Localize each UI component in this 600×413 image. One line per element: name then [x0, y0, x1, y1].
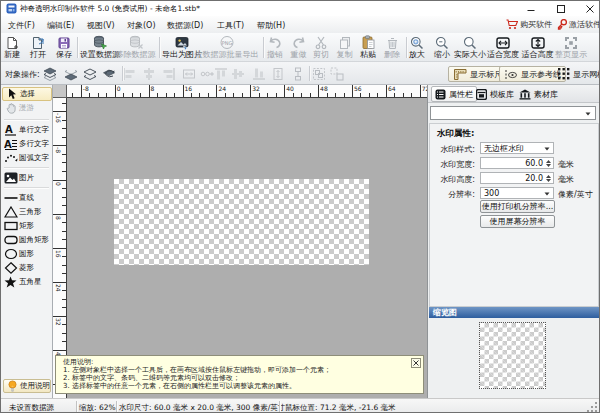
objop-layer-rotate-button[interactable] — [102, 67, 116, 81]
spinner-arrows[interactable] — [545, 173, 552, 183]
toolbar-button-undo[interactable]: 撤销 — [267, 35, 283, 60]
property-field[interactable]: 300 — [480, 187, 554, 199]
toolbar-button-open-doc[interactable]: 打开 — [30, 35, 46, 60]
tool-hand[interactable]: 漫游 — [2, 101, 52, 115]
objop-v-spacing-button[interactable] — [291, 67, 305, 81]
objop-align-middle-button[interactable] — [231, 67, 245, 81]
send-back-icon — [64, 67, 78, 81]
minimize-button[interactable] — [517, 1, 545, 16]
toolbar-button-cut[interactable]: 剪切 — [313, 35, 329, 60]
objop-layer-up-button[interactable] — [83, 67, 97, 81]
tool-shape-roundrect[interactable]: 圆角矩形 — [2, 233, 52, 247]
toolbar-button-new-doc[interactable]: 新建 — [4, 35, 20, 60]
objop-ungroup-button[interactable] — [330, 67, 344, 81]
tool-text-multi[interactable]: A多行文字 — [2, 137, 52, 151]
property-field[interactable]: 无边框水印 — [480, 142, 554, 154]
menu-7[interactable]: 帮助(H) — [255, 19, 287, 32]
toolbar-button-set-datasource[interactable]: 设置数据源 — [80, 35, 120, 60]
objop-align-top-button[interactable] — [214, 67, 228, 81]
menu-4[interactable]: 对象(O) — [125, 19, 158, 32]
panel-tab-materials[interactable]: 素材库 — [516, 86, 561, 102]
tool-shape-star[interactable]: 五角星 — [2, 275, 52, 289]
toolbar-button-redo[interactable]: 重做 — [291, 35, 307, 60]
use-screen-resolution-button[interactable]: 使用屏幕分辨率 — [480, 215, 555, 228]
ruler-tick — [233, 93, 234, 97]
tool-shape-line[interactable]: 直线 — [2, 191, 52, 205]
objop-align-left-button[interactable] — [122, 67, 136, 81]
status-bar: 未设置数据源缩放: 62%水印尺寸: 60.0 毫米 x 20.0 毫米, 30… — [1, 398, 599, 413]
ruler-label: 8 — [151, 85, 155, 92]
toolbar-button-fit-width[interactable]: 适合宽度 — [487, 35, 519, 60]
objop-h-spacing-button[interactable] — [200, 67, 214, 81]
thumbnail-preview[interactable] — [479, 322, 546, 389]
ruler-tick — [72, 93, 73, 97]
objop-same-height-button[interactable] — [271, 67, 285, 81]
property-value: 无边框水印 — [484, 143, 524, 154]
tool-shape-circle[interactable]: 圆形 — [2, 247, 52, 261]
menu-3[interactable]: 视图(V) — [85, 19, 117, 32]
toolbar-button-fit-height[interactable]: 适合高度 — [522, 35, 554, 60]
ruler-tick — [369, 93, 370, 97]
shape-line-icon — [4, 192, 18, 204]
panel-tab-props[interactable]: 属性栏 — [431, 86, 477, 102]
bulb-icon — [7, 380, 18, 392]
toolbar-button-zoom-out[interactable]: 缩小 — [434, 35, 450, 60]
toolbar-button-copy[interactable]: 复制 — [337, 35, 353, 60]
object-toolbar: 对象操作: 显示标尺显示参考线显示网格 — [1, 62, 599, 85]
panel-tab-templates[interactable]: 模板库 — [473, 86, 517, 102]
property-field[interactable]: 60.0 — [480, 157, 554, 169]
toolbar-button-save[interactable]: 保存 — [56, 35, 72, 60]
same-width-icon — [182, 67, 196, 81]
toolbar-button-delete[interactable]: 删除 — [384, 35, 400, 60]
spinner-arrows[interactable] — [545, 158, 552, 168]
tool-shape-rect[interactable]: 矩形 — [2, 219, 52, 233]
use-printer-resolution-button[interactable]: 使用打印机分辨率... — [480, 200, 555, 213]
resize-grip[interactable] — [587, 402, 598, 413]
close-button[interactable] — [576, 1, 600, 16]
menu-5[interactable]: 数据源(D) — [165, 19, 205, 32]
tool-cursor[interactable]: 选择 — [2, 87, 52, 101]
objop-bring-front-button[interactable] — [43, 67, 57, 81]
menu-1[interactable]: 文件(F) — [6, 19, 37, 32]
toolbar-button-full-page[interactable]: 整页显示 — [555, 35, 587, 60]
watermark-transparent-area[interactable] — [114, 179, 369, 265]
tool-picture[interactable]: 图片 — [2, 171, 52, 185]
tool-shape-triangle[interactable]: 三角形 — [2, 205, 52, 219]
objop-send-back-button[interactable] — [64, 67, 78, 81]
tool-text-arc[interactable]: 圆弧文字 — [2, 151, 52, 165]
ruler-tick — [284, 85, 285, 97]
buy-software-button[interactable]: 购买软件 — [506, 19, 552, 30]
activate-software-button[interactable]: 激活软件 — [557, 19, 600, 30]
ruler-tick — [62, 256, 66, 257]
design-canvas[interactable] — [67, 98, 427, 398]
objop-align-right-button[interactable] — [162, 67, 176, 81]
menu-6[interactable]: 工具(T) — [215, 19, 246, 32]
toolbar-button-label: 复制 — [337, 50, 353, 60]
toolbar-button-zoom-in[interactable]: 放大 — [409, 35, 425, 60]
toolbar-button-label: 粘贴 — [360, 50, 376, 60]
help-button[interactable]: 使用说明 — [3, 379, 51, 393]
property-field[interactable]: 20.0 — [480, 172, 554, 184]
grid-icon — [558, 68, 570, 80]
toggle-grid-button[interactable]: 显示网格 — [554, 66, 600, 82]
objop-align-center-h-button[interactable] — [142, 67, 156, 81]
objop-align-bottom-button[interactable] — [252, 67, 266, 81]
toolbar-button-paste[interactable]: 粘贴 — [360, 35, 376, 60]
object-selector-combo[interactable] — [430, 106, 596, 120]
ruler-label: 56 — [354, 85, 362, 92]
toolbar-button-actual-size[interactable]: 实际大小 — [454, 35, 486, 60]
objop-same-width-button[interactable] — [182, 67, 196, 81]
toolbar-separator — [159, 37, 161, 58]
tool-text-single[interactable]: A单行文字 — [2, 123, 52, 137]
tool-label: 圆弧文字 — [19, 153, 49, 163]
note-close-button[interactable] — [411, 358, 421, 368]
maximize-button[interactable] — [547, 1, 575, 16]
tool-shape-diamond[interactable]: 菱形 — [2, 261, 52, 275]
ruler-tick — [216, 85, 217, 97]
ruler-label: 32 — [55, 318, 62, 326]
open-doc-icon — [31, 36, 45, 50]
menu-2[interactable]: 编辑(E) — [45, 19, 76, 32]
toolbar-button-remove-datasource[interactable]: 移除数据源 — [116, 35, 156, 60]
objop-group-button[interactable] — [312, 67, 326, 81]
toolbar-button-batch-export[interactable]: PNG依数据源批量导出 — [195, 35, 259, 60]
